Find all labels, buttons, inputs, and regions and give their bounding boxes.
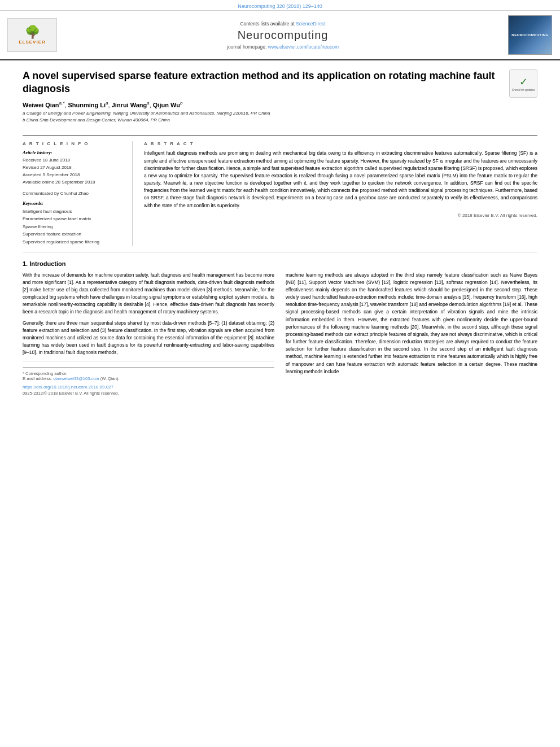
- author-2-sup: a: [106, 101, 108, 106]
- affiliations: a College of Energy and Power Engineerin…: [23, 110, 500, 124]
- keyword-4: Supervised feature extraction: [23, 230, 125, 238]
- received-date: Received 18 June 2018: [23, 157, 125, 164]
- homepage-label: journal homepage:: [227, 44, 266, 50]
- section-number: 1.: [23, 260, 28, 267]
- article-info-abstract-section: A R T I C L E I N F O Article history: R…: [23, 141, 537, 252]
- author-2-name: Shunming Li: [68, 101, 106, 108]
- accepted-date: Accepted 5 September 2018: [23, 172, 125, 179]
- journal-citation-bar: Neurocomputing 320 (2018) 129–140: [0, 0, 560, 11]
- contents-line: Contents lists available at ScienceDirec…: [63, 21, 502, 27]
- keyword-5: Supervised regularized sparse filtering: [23, 238, 125, 246]
- introduction-title: 1. Introduction: [23, 260, 537, 267]
- footnote-divider: [23, 367, 274, 368]
- article-info-column: A R T I C L E I N F O Article history: R…: [23, 141, 133, 246]
- elsevier-wordmark: ELSEVIER: [19, 40, 46, 45]
- intro-right-col: machine learning methods are always adop…: [286, 272, 537, 396]
- email-suffix: (W. Qian).: [100, 376, 120, 381]
- authors-line: Weiwei Qiana,*, Shunming Lia, Jinrui Wan…: [23, 101, 500, 108]
- email-link[interactable]: qianweiwei33@163.com: [53, 376, 99, 381]
- corresponding-label: * Corresponding author.: [23, 371, 274, 376]
- affiliation-1: a College of Energy and Power Engineerin…: [23, 110, 500, 117]
- email-label: E-mail address:: [23, 376, 52, 381]
- author-1-name: Weiwei Qian: [23, 101, 59, 108]
- elsevier-tree-icon: 🌳: [25, 26, 40, 38]
- history-label: Article history:: [23, 150, 125, 155]
- journal-name-banner: Neurocomputing: [63, 29, 502, 42]
- article-title: A novel supervised sparse feature extrac…: [23, 69, 500, 96]
- author-4-sup: b: [180, 101, 182, 106]
- thumb-image: NEUROCOMPUTING: [508, 15, 552, 55]
- check-for-updates-badge: ✓ Check for updates: [509, 69, 537, 98]
- abstract-text: Intelligent fault diagnosis methods are …: [144, 150, 537, 209]
- page-wrapper: Neurocomputing 320 (2018) 129–140 🌳 ELSE…: [0, 0, 560, 405]
- keyword-2: Parameterized sparse label matrix: [23, 215, 125, 223]
- affiliation-2: b China Ship Development and Design Cent…: [23, 117, 500, 124]
- author-3-sup: a: [147, 101, 149, 106]
- introduction-body: With the increase of demands for machine…: [23, 272, 537, 396]
- intro-para-right-1: machine learning methods are always adop…: [286, 272, 537, 375]
- elsevier-logo: 🌳 ELSEVIER: [7, 18, 58, 52]
- journal-center: Contents lists available at ScienceDirec…: [63, 21, 502, 50]
- section-name: Introduction: [29, 260, 65, 267]
- article-title-section: A novel supervised sparse feature extrac…: [23, 69, 537, 136]
- journal-citation: Neurocomputing 320 (2018) 129–140: [238, 3, 322, 9]
- keyword-1: Intelligent fault diagnosis: [23, 208, 125, 216]
- article-title-text: A novel supervised sparse feature extrac…: [23, 69, 500, 130]
- email-line: E-mail address: qianweiwei33@163.com (W.…: [23, 376, 274, 381]
- footnote-area: * Corresponding author. E-mail address: …: [23, 361, 274, 381]
- revised-date: Revised 27 August 2018: [23, 164, 125, 172]
- check-badge-label: Check for updates: [512, 88, 535, 91]
- available-date: Available online 20 September 2018: [23, 179, 125, 186]
- intro-para-2: Generally, there are three main sequenti…: [23, 320, 274, 357]
- check-mark-icon: ✓: [519, 76, 528, 88]
- keywords-label: Keywords:: [23, 200, 125, 206]
- keyword-3: Sparse filtering: [23, 223, 125, 231]
- main-content: A novel supervised sparse feature extrac…: [0, 60, 560, 405]
- intro-left-col: With the increase of demands for machine…: [23, 272, 274, 396]
- communicated-by: Communicated by Chunhui Zhao: [23, 191, 125, 196]
- contents-text: Contents lists available at: [240, 21, 294, 27]
- article-info-label: A R T I C L E I N F O: [23, 141, 125, 146]
- sciencedirect-link[interactable]: ScienceDirect: [296, 21, 325, 27]
- thumb-label: NEUROCOMPUTING: [511, 33, 548, 37]
- author-1-sup: a,*: [59, 101, 65, 106]
- elsevier-logo-box: 🌳 ELSEVIER: [7, 18, 57, 52]
- homepage-url[interactable]: www.elsevier.com/locate/neucom: [268, 44, 339, 50]
- doi-line[interactable]: https://doi.org/10.1016/j.neucom.2018.09…: [23, 385, 274, 390]
- author-3-name: Jinrui Wang: [112, 101, 147, 108]
- neurocomputing-thumb: NEUROCOMPUTING: [508, 15, 553, 55]
- abstract-column: A B S T R A C T Intelligent fault diagno…: [144, 141, 537, 246]
- copyright-line: © 2018 Elsevier B.V. All rights reserved…: [144, 213, 537, 218]
- abstract-label: A B S T R A C T: [144, 141, 537, 146]
- journal-banner: 🌳 ELSEVIER Contents lists available at S…: [0, 11, 560, 60]
- author-4-name: Qijun Wu: [153, 101, 180, 108]
- issn-line: 0925-2312/© 2018 Elsevier B.V. All right…: [23, 391, 274, 396]
- journal-homepage-line: journal homepage: www.elsevier.com/locat…: [63, 44, 502, 50]
- intro-para-1: With the increase of demands for machine…: [23, 272, 274, 316]
